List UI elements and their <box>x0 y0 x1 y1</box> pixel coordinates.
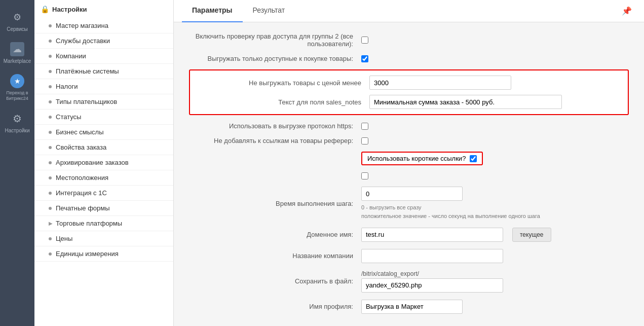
bullet-icon <box>49 55 52 58</box>
domain-label: Доменное имя: <box>189 231 361 238</box>
available-only-row: Выгружать только доступные к покупке тов… <box>189 55 629 62</box>
available-only-value <box>361 55 629 62</box>
services-icon: ⚙ <box>10 10 24 24</box>
save-path-dir: /bitrix/catalog_export/ <box>361 270 419 277</box>
step-time-hint1: 0 - выгрузить все сразу <box>361 204 422 211</box>
short-links-highlighted: Использовать короткие ссылки? <box>361 152 483 165</box>
tab-result[interactable]: Результат <box>243 0 295 22</box>
sales-notes-row: Текст для поля sales_notes <box>197 95 621 109</box>
min-price-value <box>369 76 621 90</box>
nav-item-companies[interactable]: Компании <box>34 49 173 64</box>
https-value <box>361 123 629 130</box>
access-check-value <box>361 37 629 44</box>
bullet-icon <box>49 70 52 73</box>
save-path-label: Сохранить в файл: <box>189 277 361 285</box>
nav-item-payments[interactable]: Платёжные системы <box>34 64 173 79</box>
access-check-row: Включить проверку прав доступа для групп… <box>189 32 629 48</box>
profile-input[interactable] <box>361 300 463 314</box>
nav-panel: 🔒 Настройки Мастер магазина Службы доста… <box>34 0 174 326</box>
sidebar-item-services[interactable]: ⚙ Сервисы <box>0 5 34 37</box>
settings-icon: ⚙ <box>10 112 24 126</box>
nav-item-prices[interactable]: Цены <box>34 231 173 246</box>
short-links-row: Использовать короткие ссылки? <box>189 152 629 165</box>
extra-checkbox-row <box>189 172 629 179</box>
bullet-icon <box>49 192 52 195</box>
step-time-input[interactable] <box>361 187 463 201</box>
extra-checkbox[interactable] <box>361 172 368 179</box>
nav-item-locations[interactable]: Местоположения <box>34 170 173 186</box>
nav-item-order-props[interactable]: Свойства заказа <box>34 140 173 155</box>
nav-item-print[interactable]: Печатные формы <box>34 201 173 216</box>
nav-item-payer-types[interactable]: Типы плательщиков <box>34 94 173 110</box>
marketplace-icon: ☁ <box>10 42 24 56</box>
main-content: Параметры Результат 📌 Включить проверку … <box>174 0 644 326</box>
sidebar-item-bitrix24[interactable]: ★ Переход в Битрикс24 <box>0 69 34 106</box>
access-check-label: Включить проверку прав доступа для групп… <box>189 32 361 48</box>
sidebar: ⚙ Сервисы ☁ Marketplace ★ Переход в Битр… <box>0 0 34 326</box>
nav-item-delivery[interactable]: Службы доставки <box>34 33 173 49</box>
tab-pin-icon[interactable]: 📌 <box>618 0 636 22</box>
sidebar-item-marketplace[interactable]: ☁ Marketplace <box>0 37 34 69</box>
nav-item-master[interactable]: Мастер магазина <box>34 18 173 33</box>
bullet-icon <box>49 161 52 164</box>
no-referrer-row: Не добавлять к ссылкам на товары реферер… <box>189 137 629 144</box>
nav-item-1c[interactable]: Интеграция с 1С <box>34 186 173 201</box>
save-path-value: /bitrix/catalog_export/ <box>361 270 629 293</box>
nav-section-settings[interactable]: 🔒 Настройки <box>34 0 173 18</box>
nav-item-units[interactable]: Единицы измерения <box>34 246 173 262</box>
step-time-value: 0 - выгрузить все сразу положительное зн… <box>361 187 629 221</box>
sales-notes-label: Текст для поля sales_notes <box>197 98 369 106</box>
company-row: Название компании <box>189 249 629 263</box>
bullet-icon <box>49 146 52 149</box>
save-row: Сохранить 📌 <box>189 321 629 326</box>
save-path-input[interactable] <box>361 278 503 293</box>
bullet-icon <box>49 40 52 43</box>
nav-item-taxes[interactable]: Налоги <box>34 79 173 94</box>
no-referrer-value <box>361 137 629 144</box>
access-check-checkbox[interactable] <box>361 37 368 44</box>
bitrix24-icon: ★ <box>10 74 24 88</box>
company-input[interactable] <box>361 249 503 263</box>
short-links-checkbox[interactable] <box>470 155 477 162</box>
tab-parameters[interactable]: Параметры <box>182 0 243 22</box>
no-referrer-checkbox[interactable] <box>361 137 368 144</box>
bullet-icon <box>49 207 52 210</box>
available-only-label: Выгружать только доступные к покупке тов… <box>189 55 361 62</box>
profile-label: Имя профиля: <box>189 303 361 310</box>
bullet-icon <box>49 24 52 27</box>
step-time-row: Время выполнения шага: 0 - выгрузить все… <box>189 187 629 221</box>
sales-notes-value <box>369 95 621 109</box>
domain-row: Доменное имя: текущее <box>189 228 629 242</box>
min-price-input[interactable] <box>369 76 511 90</box>
short-links-value: Использовать короткие ссылки? <box>361 152 629 165</box>
domain-input[interactable] <box>361 228 503 242</box>
domain-value: текущее <box>361 228 629 242</box>
bullet-icon <box>49 116 52 119</box>
highlighted-block-price: Не выгружать товары с ценой менее Текст … <box>189 69 629 115</box>
nav-item-statuses[interactable]: Статусы <box>34 110 173 125</box>
profile-row: Имя профиля: <box>189 300 629 314</box>
sales-notes-input[interactable] <box>369 95 562 109</box>
no-referrer-label: Не добавлять к ссылкам на товары реферер… <box>189 137 361 144</box>
bullet-icon <box>49 85 52 88</box>
profile-value <box>361 300 629 314</box>
bullet-icon <box>49 100 52 103</box>
available-only-checkbox[interactable] <box>361 55 368 62</box>
arrow-icon: ▶ <box>49 221 53 226</box>
company-label: Название компании <box>189 252 361 260</box>
nav-item-business[interactable]: Бизнес смыслы <box>34 125 173 140</box>
bullet-icon <box>49 237 52 240</box>
nav-item-archiving[interactable]: Архивирование заказов <box>34 155 173 170</box>
min-price-row: Не выгружать товары с ценой менее <box>197 76 621 90</box>
domain-current-button[interactable]: текущее <box>512 228 551 242</box>
https-row: Использовать в выгрузке протокол https: <box>189 122 629 130</box>
save-path-row: Сохранить в файл: /bitrix/catalog_export… <box>189 270 629 293</box>
nav-item-trade-platforms[interactable]: ▶ Торговые платформы <box>34 216 173 231</box>
sidebar-item-settings[interactable]: ⚙ Настройки <box>0 106 34 138</box>
bullet-icon <box>49 252 52 256</box>
folder-icon: 🔒 <box>41 5 49 13</box>
step-time-hint2: положительное значение - число секунд на… <box>361 212 540 220</box>
tabs-bar: Параметры Результат 📌 <box>174 0 644 22</box>
company-value <box>361 249 629 263</box>
https-checkbox[interactable] <box>361 123 368 130</box>
